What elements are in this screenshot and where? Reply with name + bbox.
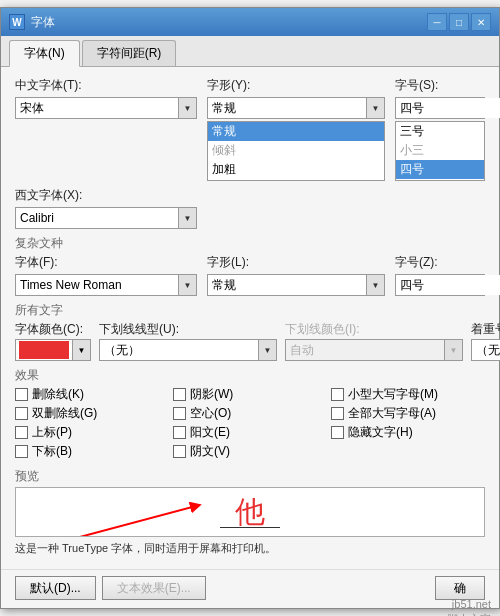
ok-button[interactable]: 确 <box>435 576 485 600</box>
effect-double-strike[interactable]: 双删除线(G) <box>15 405 169 422</box>
row-formatting: 字体颜色(C): ▼ 下划线线型(U): ▼ 下划线颜色(I): ▼ <box>15 321 485 361</box>
effect-subscript-label: 下标(B) <box>32 443 72 460</box>
western-font-select[interactable]: ▼ <box>15 207 197 229</box>
minimize-button[interactable]: ─ <box>427 13 447 31</box>
checkbox-hidden[interactable] <box>331 426 344 439</box>
size-list[interactable]: 三号 小三 四号 <box>395 121 485 181</box>
checkbox-strikethrough[interactable] <box>15 388 28 401</box>
chinese-font-input[interactable] <box>16 98 178 118</box>
style-input[interactable] <box>208 98 366 118</box>
western-font-arrow[interactable]: ▼ <box>178 208 196 228</box>
close-button[interactable]: ✕ <box>471 13 491 31</box>
underline-color-select: ▼ <box>285 339 463 361</box>
complex-style-arrow[interactable]: ▼ <box>366 275 384 295</box>
effect-small-caps[interactable]: 小型大写字母(M) <box>331 386 485 403</box>
preview-box: 他 <box>15 487 485 537</box>
size-input[interactable] <box>396 98 500 118</box>
row-chinese-font: 中文字体(T): ▼ 字形(Y): ▼ 常规 倾斜 加粗 字 <box>15 77 485 181</box>
complex-size-input[interactable] <box>396 275 500 295</box>
size-option-xiao3[interactable]: 小三 <box>396 141 484 160</box>
complex-section-label: 复杂文种 <box>15 235 485 252</box>
footer-left-buttons: 默认(D)... 文本效果(E)... <box>15 576 206 600</box>
effects-label: 效果 <box>15 367 485 384</box>
style-list[interactable]: 常规 倾斜 加粗 <box>207 121 385 181</box>
font-color-label: 字体颜色(C): <box>15 321 91 338</box>
effect-hidden[interactable]: 隐藏文字(H) <box>331 424 485 441</box>
checkbox-small-caps[interactable] <box>331 388 344 401</box>
complex-font-select[interactable]: ▼ <box>15 274 197 296</box>
tab-font[interactable]: 字体(N) <box>9 40 80 67</box>
complex-style-input[interactable] <box>208 275 366 295</box>
effect-emboss[interactable]: 阳文(E) <box>173 424 327 441</box>
complex-font-arrow[interactable]: ▼ <box>178 275 196 295</box>
complex-size-select[interactable]: ▼ <box>395 274 485 296</box>
effect-engrave[interactable]: 阴文(V) <box>173 443 327 460</box>
svg-line-0 <box>76 506 196 536</box>
complex-font-label: 字体(F): <box>15 254 197 271</box>
size-group: 字号(S): ▼ 三号 小三 四号 <box>395 77 485 181</box>
effect-hidden-label: 隐藏文字(H) <box>348 424 413 441</box>
row-western-font: 西文字体(X): ▼ ▼ ▼ <box>15 187 485 229</box>
dialog-footer: 默认(D)... 文本效果(E)... 确 <box>1 569 499 608</box>
emphasis-select[interactable]: ▼ <box>471 339 500 361</box>
tab-char-spacing[interactable]: 字符间距(R) <box>82 40 177 66</box>
underline-color-label: 下划线颜色(I): <box>285 321 463 338</box>
dialog-content: 中文字体(T): ▼ 字形(Y): ▼ 常规 倾斜 加粗 字 <box>1 67 499 569</box>
underline-type-input[interactable] <box>100 340 258 360</box>
underline-type-select[interactable]: ▼ <box>99 339 277 361</box>
western-font-input[interactable] <box>16 208 178 228</box>
checkbox-shadow[interactable] <box>173 388 186 401</box>
text-effects-button[interactable]: 文本效果(E)... <box>102 576 206 600</box>
maximize-button[interactable]: □ <box>449 13 469 31</box>
size-option-4[interactable]: 四号 <box>396 160 484 179</box>
default-button[interactable]: 默认(D)... <box>15 576 96 600</box>
underline-color-group: 下划线颜色(I): ▼ <box>285 321 463 361</box>
effect-strikethrough[interactable]: 删除线(K) <box>15 386 169 403</box>
chinese-font-label: 中文字体(T): <box>15 77 197 94</box>
effect-all-caps[interactable]: 全部大写字母(A) <box>331 405 485 422</box>
effect-hollow-label: 空心(O) <box>190 405 231 422</box>
emphasis-input[interactable] <box>472 340 500 360</box>
western-font-group: 西文字体(X): ▼ <box>15 187 197 229</box>
checkbox-engrave[interactable] <box>173 445 186 458</box>
tab-bar: 字体(N) 字符间距(R) <box>1 36 499 67</box>
chinese-font-arrow[interactable]: ▼ <box>178 98 196 118</box>
effect-shadow[interactable]: 阴影(W) <box>173 386 327 403</box>
style-arrow[interactable]: ▼ <box>366 98 384 118</box>
checkbox-hollow[interactable] <box>173 407 186 420</box>
style-select[interactable]: ▼ <box>207 97 385 119</box>
style-option-italic[interactable]: 倾斜 <box>208 141 384 160</box>
complex-style-select[interactable]: ▼ <box>207 274 385 296</box>
size-select[interactable]: ▼ <box>395 97 485 119</box>
effect-all-caps-label: 全部大写字母(A) <box>348 405 436 422</box>
preview-section: 预览 他 这是一种 TrueType 字体，同时适用于屏幕和打印机。 <box>15 468 485 556</box>
effect-hollow[interactable]: 空心(O) <box>173 405 327 422</box>
complex-style-label: 字形(L): <box>207 254 385 271</box>
title-bar: W 字体 ─ □ ✕ <box>1 8 499 36</box>
effects-section: 效果 删除线(K) 阴影(W) 小型大写字母(M) 双删除线(G) <box>15 367 485 460</box>
complex-font-input[interactable] <box>16 275 178 295</box>
checkbox-superscript[interactable] <box>15 426 28 439</box>
style-option-bold[interactable]: 加粗 <box>208 160 384 179</box>
watermark: jb51.net脚本之家 <box>447 597 491 616</box>
style-option-regular[interactable]: 常规 <box>208 122 384 141</box>
effect-superscript[interactable]: 上标(P) <box>15 424 169 441</box>
font-color-arrow[interactable]: ▼ <box>72 340 90 360</box>
style-group: 字形(Y): ▼ 常规 倾斜 加粗 <box>207 77 385 181</box>
effect-engrave-label: 阴文(V) <box>190 443 230 460</box>
effect-double-strike-label: 双删除线(G) <box>32 405 97 422</box>
color-swatch <box>19 341 69 359</box>
info-text: 这是一种 TrueType 字体，同时适用于屏幕和打印机。 <box>15 541 485 556</box>
effect-subscript[interactable]: 下标(B) <box>15 443 169 460</box>
size-option-3[interactable]: 三号 <box>396 122 484 141</box>
underline-type-arrow[interactable]: ▼ <box>258 340 276 360</box>
checkbox-all-caps[interactable] <box>331 407 344 420</box>
checkbox-double-strike[interactable] <box>15 407 28 420</box>
all-text-label: 所有文字 <box>15 302 485 319</box>
checkbox-subscript[interactable] <box>15 445 28 458</box>
font-color-select[interactable]: ▼ <box>15 339 91 361</box>
checkbox-emboss[interactable] <box>173 426 186 439</box>
chinese-font-select[interactable]: ▼ <box>15 97 197 119</box>
title-bar-left: W 字体 <box>9 14 55 31</box>
complex-font-group: 字体(F): ▼ <box>15 254 197 296</box>
